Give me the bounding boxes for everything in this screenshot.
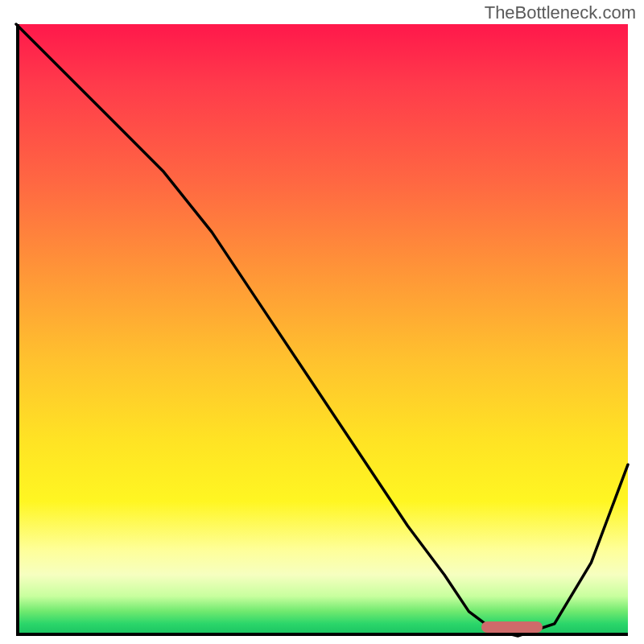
x-axis [16, 633, 628, 636]
curve-layer [16, 24, 628, 636]
optimal-marker [481, 621, 543, 633]
bottleneck-curve [16, 24, 628, 636]
y-axis [16, 24, 19, 636]
watermark-text: TheBottleneck.com [485, 2, 636, 23]
chart-area [16, 24, 628, 636]
